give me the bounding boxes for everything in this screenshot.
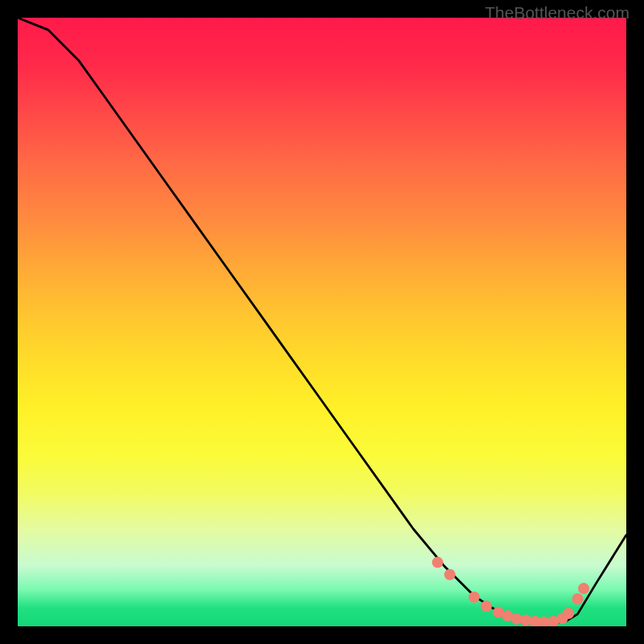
- chart-background: [18, 18, 626, 626]
- watermark: TheBottleneck.com: [485, 3, 630, 23]
